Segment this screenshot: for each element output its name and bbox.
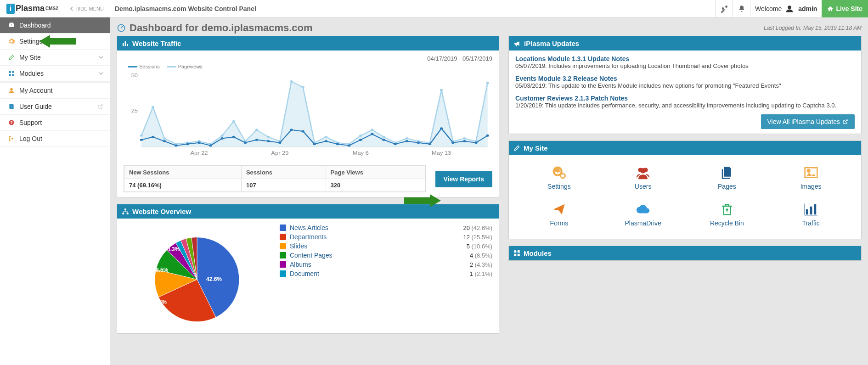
svg-point-77 xyxy=(428,143,431,145)
svg-point-76 xyxy=(417,141,420,144)
svg-point-64 xyxy=(278,141,281,144)
tile-pages[interactable]: Pages xyxy=(685,164,769,190)
notifications-button[interactable] xyxy=(733,0,750,17)
sidebar-item-modules[interactable]: Modules xyxy=(0,66,110,82)
svg-point-78 xyxy=(440,127,443,129)
panel-title-text: Website Overview xyxy=(132,208,191,215)
tile-label: Pages xyxy=(718,183,736,190)
tile-users[interactable]: Users xyxy=(601,164,685,190)
svg-point-60 xyxy=(232,136,235,138)
dash-domain: demo.iplasmacms.com xyxy=(201,22,312,34)
svg-rect-97 xyxy=(514,250,516,253)
svg-point-88 xyxy=(561,174,565,178)
sidebar-item-support[interactable]: ? Support xyxy=(0,115,110,131)
svg-point-79 xyxy=(451,141,454,144)
svg-point-34 xyxy=(290,80,293,83)
svg-point-29 xyxy=(232,120,235,123)
svg-point-23 xyxy=(163,137,166,140)
view-all-updates-button[interactable]: View All iPlasma Updates xyxy=(761,114,855,129)
svg-rect-12 xyxy=(125,41,126,46)
sidebar-item-myaccount[interactable]: My Account xyxy=(0,82,110,99)
svg-point-74 xyxy=(394,143,396,145)
tile-images[interactable]: Images xyxy=(769,164,853,190)
brand-logo[interactable]: i Plasma CMS2 xyxy=(6,4,58,14)
legend-row[interactable]: Slides5 (10.6%) xyxy=(280,241,492,251)
svg-rect-3 xyxy=(9,71,11,73)
svg-text:25: 25 xyxy=(131,109,138,113)
update-item: Events Module 3.2 Release Notes05/03/201… xyxy=(515,75,855,89)
sitemap-icon xyxy=(122,208,129,215)
chevron-left-icon xyxy=(70,6,73,11)
svg-point-40 xyxy=(359,135,362,137)
wrench-icon xyxy=(720,5,728,13)
svg-point-22 xyxy=(152,106,154,108)
sidebar-item-dashboard[interactable]: Dashboard xyxy=(0,17,110,34)
legend-sessions: Sessions xyxy=(139,64,160,69)
dashboard-header: Dashboard for demo.iplasmacms.com Last L… xyxy=(117,22,862,34)
cloud-icon xyxy=(635,204,651,215)
update-title-link[interactable]: Events Module 3.2 Release Notes xyxy=(515,75,855,82)
tile-label: Images xyxy=(800,183,822,190)
svg-rect-94 xyxy=(806,209,808,214)
svg-point-47 xyxy=(440,89,443,91)
svg-point-71 xyxy=(359,139,362,141)
top-actions: Welcome admin Live Site xyxy=(715,0,868,17)
legend-row[interactable]: News Articles20 (42.6%) xyxy=(280,223,492,232)
svg-point-57 xyxy=(197,141,200,144)
svg-rect-100 xyxy=(518,254,520,256)
chevron-down-icon xyxy=(99,71,103,76)
pie-pct-label: 10.6% xyxy=(151,299,167,305)
chart-legend: Sessions Pageviews xyxy=(128,64,492,69)
sidebar-label: Modules xyxy=(19,70,99,77)
live-site-button[interactable]: Live Site xyxy=(822,0,868,17)
sidebar-label: Log Out xyxy=(19,135,103,142)
welcome-user: admin xyxy=(798,5,817,12)
update-title-link[interactable]: Locations Module 1.3.1 Update Notes xyxy=(515,55,855,62)
brand-suffix: CMS2 xyxy=(45,6,58,11)
svg-point-37 xyxy=(325,136,327,138)
sidebar-item-userguide[interactable]: User Guide xyxy=(0,99,110,115)
svg-text:May 6: May 6 xyxy=(353,151,369,155)
tile-settings[interactable]: Settings xyxy=(517,164,601,190)
svg-point-68 xyxy=(325,140,327,142)
svg-rect-6 xyxy=(12,74,14,76)
sidebar-label: Support xyxy=(19,119,103,126)
svg-rect-85 xyxy=(127,213,129,214)
welcome-area[interactable]: Welcome admin xyxy=(750,0,822,17)
tile-label: PlasmaDrive xyxy=(625,219,661,227)
legend-row[interactable]: Document1 (2.1%) xyxy=(280,269,492,278)
svg-point-42 xyxy=(382,136,385,138)
svg-point-21 xyxy=(140,135,143,137)
legend-row[interactable]: Albums2 (4.3%) xyxy=(280,260,492,269)
tools-button[interactable] xyxy=(715,0,733,17)
image-icon xyxy=(804,166,818,179)
sidebar-label: Settings xyxy=(19,38,103,45)
sidebar-item-settings[interactable]: Settings xyxy=(0,34,110,50)
tile-label: Settings xyxy=(547,183,571,190)
sidebar-item-logout[interactable]: Log Out xyxy=(0,131,110,147)
view-reports-button[interactable]: View Reports xyxy=(435,171,492,187)
sidebar-label: My Account xyxy=(19,87,103,94)
brand-name: Plasma xyxy=(16,4,45,13)
svg-point-67 xyxy=(313,143,316,145)
svg-point-53 xyxy=(152,136,154,138)
tile-recyclebin[interactable]: Recycle Bin xyxy=(685,201,769,227)
hide-menu-label: HIDE MENU xyxy=(75,6,104,11)
grid-icon xyxy=(513,250,520,257)
update-title-link[interactable]: Customer Reviews 2.1.3 Patch Notes xyxy=(515,95,855,102)
tile-forms[interactable]: Forms xyxy=(517,201,601,227)
sidebar-item-mysite[interactable]: My Site xyxy=(0,50,110,66)
grid-icon xyxy=(8,70,15,77)
external-link-icon xyxy=(843,119,848,124)
hide-menu-button[interactable]: HIDE MENU xyxy=(70,6,104,11)
tile-traffic[interactable]: Traffic xyxy=(769,201,853,227)
update-body: 05/03/2019: This update to the Events Mo… xyxy=(515,82,855,89)
brand-area: i Plasma CMS2 HIDE MENU xyxy=(0,4,110,14)
traffic-daterange: 04/17/2019 - 05/17/2019 xyxy=(124,55,492,62)
legend-row[interactable]: Content Pages4 (8.5%) xyxy=(280,251,492,260)
legend-row[interactable]: Departments12 (25.5%) xyxy=(280,232,492,241)
updates-list: Locations Module 1.3.1 Update Notes05/07… xyxy=(509,51,861,134)
svg-rect-96 xyxy=(814,204,816,215)
tile-plasmadrive[interactable]: PlasmaDrive xyxy=(601,201,685,227)
svg-point-70 xyxy=(348,144,350,146)
